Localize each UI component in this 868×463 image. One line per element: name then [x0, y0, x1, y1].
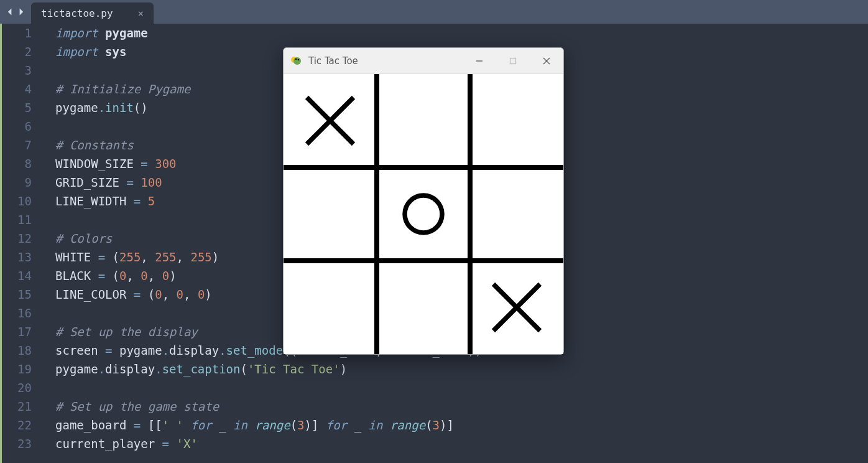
close-window-icon [543, 57, 550, 65]
line-number: 2 [2, 42, 32, 61]
line-number: 4 [2, 80, 32, 98]
board-cell-empty[interactable] [377, 261, 470, 354]
line-number: 8 [2, 154, 32, 173]
board-cell-empty[interactable] [284, 261, 377, 354]
pygame-icon [290, 55, 302, 67]
minimize-button[interactable] [463, 48, 496, 74]
maximize-icon [509, 57, 517, 65]
board-cell-o[interactable] [377, 167, 470, 261]
window-controls [463, 48, 563, 74]
svg-point-3 [298, 58, 300, 60]
line-number: 14 [2, 266, 32, 285]
tab-prev-icon [6, 7, 15, 16]
close-icon[interactable]: × [138, 7, 144, 19]
line-number: 10 [2, 192, 32, 210]
file-tab[interactable]: tictactoe.py × [31, 2, 154, 24]
game-surface[interactable] [284, 74, 563, 354]
board-cell-empty[interactable] [377, 74, 470, 167]
tab-nav-arrows[interactable] [0, 0, 31, 24]
maximize-button[interactable] [496, 48, 530, 74]
pygame-window[interactable]: Tic Tac Toe [283, 47, 564, 355]
board-cell-empty[interactable] [470, 74, 563, 167]
line-number: 5 [2, 98, 32, 117]
line-number: 12 [2, 229, 32, 248]
line-number: 11 [2, 210, 32, 229]
line-number: 22 [2, 416, 32, 434]
board-cell-empty[interactable] [470, 167, 563, 261]
line-number: 23 [2, 434, 32, 453]
line-number: 6 [2, 117, 32, 136]
file-tab-label: tictactoe.py [41, 7, 113, 19]
close-window-button[interactable] [530, 48, 563, 74]
line-number: 15 [2, 285, 32, 304]
line-number: 19 [2, 360, 32, 378]
line-number-gutter: 1234567891011121314151617181920212223 [2, 24, 40, 463]
line-number: 1 [2, 24, 32, 42]
line-number: 17 [2, 322, 32, 341]
line-number: 13 [2, 248, 32, 266]
line-number: 18 [2, 341, 32, 360]
board-cell-x[interactable] [470, 261, 563, 354]
svg-point-1 [293, 57, 301, 65]
svg-point-10 [405, 195, 442, 233]
line-number: 9 [2, 173, 32, 192]
line-number: 7 [2, 136, 32, 154]
line-number: 20 [2, 378, 32, 397]
svg-point-2 [295, 58, 297, 60]
line-number: 21 [2, 397, 32, 416]
svg-rect-5 [510, 58, 516, 63]
line-number: 16 [2, 304, 32, 322]
minimize-icon [476, 57, 483, 65]
pygame-titlebar[interactable]: Tic Tac Toe [284, 48, 563, 74]
tab-next-icon [16, 7, 25, 16]
line-number: 3 [2, 61, 32, 80]
board-cell-x[interactable] [284, 74, 377, 167]
tab-strip: tictactoe.py × [0, 0, 868, 24]
pygame-title: Tic Tac Toe [308, 55, 463, 67]
board-cell-empty[interactable] [284, 167, 377, 261]
